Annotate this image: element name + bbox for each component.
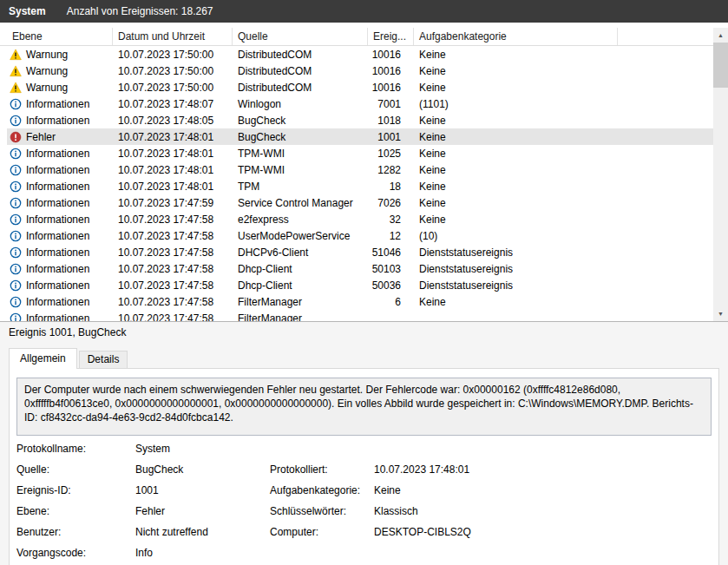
tab-allgemein[interactable]: Allgemein [9, 348, 77, 369]
info-icon [10, 230, 22, 242]
event-description-box[interactable]: Der Computer wurde nach einem schwerwieg… [16, 378, 712, 436]
field-label: Computer: [270, 526, 374, 538]
warning-icon [10, 65, 22, 77]
scroll-up-icon[interactable]: ▲ [713, 28, 728, 43]
event-id-cell: 12 [368, 227, 414, 244]
scrollbar-thumb[interactable] [713, 43, 728, 88]
field-value: BugCheck [135, 463, 270, 476]
level-label: Informationen [26, 197, 89, 209]
table-row[interactable]: Warnung10.07.2023 17:50:00DistributedCOM… [7, 79, 713, 95]
info-icon [10, 164, 22, 176]
level-label: Informationen [26, 98, 89, 110]
category-cell: Keine [414, 211, 618, 227]
table-row[interactable]: Warnung10.07.2023 17:50:00DistributedCOM… [7, 62, 713, 79]
event-id-cell: 18 [368, 178, 414, 194]
category-cell: Dienststatusereignis [414, 244, 618, 260]
column-header-cat[interactable]: Aufgabenkategorie [414, 28, 618, 45]
column-header-ebene[interactable]: Ebene [7, 28, 113, 45]
column-header-src[interactable]: Quelle [233, 28, 368, 45]
datetime-cell: 10.07.2023 17:47:58 [113, 277, 233, 293]
field-label: Schlüsselwörter: [270, 505, 374, 517]
datetime-cell: 10.07.2023 17:47:58 [113, 211, 233, 227]
info-icon [10, 296, 22, 308]
table-row[interactable]: Informationen10.07.2023 17:47:58DHCPv6-C… [7, 244, 713, 260]
field-label: Protokolliert: [270, 463, 374, 476]
field-value: Nicht zutreffend [135, 526, 270, 538]
field-value: Keine [374, 484, 712, 496]
category-cell [414, 310, 618, 321]
category-cell: Keine [414, 128, 618, 145]
table-row[interactable]: Informationen10.07.2023 17:48:07Winlogon… [7, 95, 713, 112]
category-cell: (1101) [414, 95, 618, 112]
level-label: Informationen [26, 246, 89, 259]
field-value: Info [135, 547, 270, 559]
source-cell: FilterManager [233, 293, 368, 310]
level-cell: Warnung [7, 79, 113, 95]
level-cell: Informationen [7, 112, 113, 128]
datetime-cell: 10.07.2023 17:48:01 [113, 178, 233, 194]
tab-details[interactable]: Details [79, 351, 128, 368]
table-row[interactable]: Informationen10.07.2023 17:48:01TPM18Kei… [7, 178, 713, 194]
event-id-cell: 7001 [368, 95, 414, 112]
level-label: Informationen [26, 312, 89, 322]
field-value: 10.07.2023 17:48:01 [374, 463, 712, 476]
column-header-eid[interactable]: Ereig... [368, 28, 414, 45]
table-row[interactable]: Informationen10.07.2023 17:47:58FilterMa… [7, 293, 713, 310]
detail-pane-title: Ereignis 1001, BugCheck [0, 322, 728, 343]
column-header-label: Aufgabenkategorie [419, 30, 507, 43]
table-row[interactable]: Informationen10.07.2023 17:48:01TPM-WMI1… [7, 161, 713, 178]
level-cell: Informationen [7, 194, 113, 211]
table-row[interactable]: Informationen10.07.2023 17:47:59Service … [7, 194, 713, 211]
field-label: Aufgabenkategorie: [270, 484, 374, 496]
list-header: EbeneDatum und UhrzeitQuelleEreig...Aufg… [0, 28, 713, 46]
table-row[interactable]: Fehler10.07.2023 17:48:01BugCheck1001Kei… [7, 128, 713, 145]
datetime-cell: 10.07.2023 17:47:58 [113, 244, 233, 260]
category-cell: Keine [414, 112, 618, 128]
event-count-label: Anzahl von Ereignissen: 18.267 [67, 5, 213, 17]
field-value: Klassisch [374, 505, 712, 517]
table-row[interactable]: Informationen10.07.2023 17:47:58Dhcp-Cli… [7, 277, 713, 293]
datetime-cell: 10.07.2023 17:47:58 [113, 260, 233, 277]
level-cell: Informationen [7, 293, 113, 310]
level-cell: Informationen [7, 178, 113, 194]
detail-field-row: Quelle:BugCheckProtokolliert:10.07.2023 … [16, 463, 712, 484]
level-label: Informationen [26, 279, 89, 292]
table-row[interactable]: Informationen10.07.2023 17:48:01TPM-WMI1… [7, 145, 713, 161]
table-row[interactable]: Informationen10.07.2023 17:47:58Dhcp-Cli… [7, 260, 713, 277]
log-title-bar: System Anzahl von Ereignissen: 18.267 [0, 0, 728, 23]
info-icon [10, 312, 22, 322]
source-cell: BugCheck [233, 112, 368, 128]
category-cell: Dienststatusereignis [414, 277, 618, 293]
field-value: 1001 [135, 484, 270, 496]
table-row[interactable]: Informationen10.07.2023 17:47:58UserMode… [7, 227, 713, 244]
scroll-down-icon[interactable]: ▼ [713, 306, 728, 321]
detail-field-row: Ebene:FehlerSchlüsselwörter:Klassisch [16, 505, 712, 526]
field-label: Benutzer: [16, 526, 135, 538]
table-row[interactable]: Informationen10.07.2023 17:47:58e2fexpre… [7, 211, 713, 227]
level-cell: Informationen [7, 161, 113, 178]
field-label: Ereignis-ID: [16, 484, 135, 496]
datetime-cell: 10.07.2023 17:48:01 [113, 145, 233, 161]
info-icon [10, 98, 22, 110]
level-cell: Informationen [7, 211, 113, 227]
warning-icon [10, 82, 22, 94]
event-id-cell: 10016 [368, 62, 414, 79]
column-header-dat[interactable]: Datum und Uhrzeit [113, 28, 233, 45]
event-detail-pane: Ereignis 1001, BugCheck AllgemeinDetails… [0, 322, 728, 565]
column-header-label: Ereig... [373, 30, 406, 43]
warning-icon [10, 49, 22, 61]
info-icon [10, 115, 22, 127]
info-icon [10, 263, 22, 275]
datetime-cell: 10.07.2023 17:50:00 [113, 46, 233, 62]
table-row[interactable]: Warnung10.07.2023 17:50:00DistributedCOM… [7, 46, 713, 62]
category-cell: Keine [414, 178, 618, 194]
datetime-cell: 10.07.2023 17:48:07 [113, 95, 233, 112]
list-vertical-scrollbar[interactable]: ▲ ▼ [713, 28, 728, 321]
table-row[interactable]: Informationen10.07.2023 17:47:58FilterMa… [7, 310, 713, 321]
level-label: Informationen [26, 230, 89, 242]
level-label: Fehler [26, 131, 56, 143]
table-row[interactable]: Informationen10.07.2023 17:48:05BugCheck… [7, 112, 713, 128]
source-cell: Dhcp-Client [233, 260, 368, 277]
event-id-cell: 50103 [368, 260, 414, 277]
datetime-cell: 10.07.2023 17:47:58 [113, 310, 233, 321]
